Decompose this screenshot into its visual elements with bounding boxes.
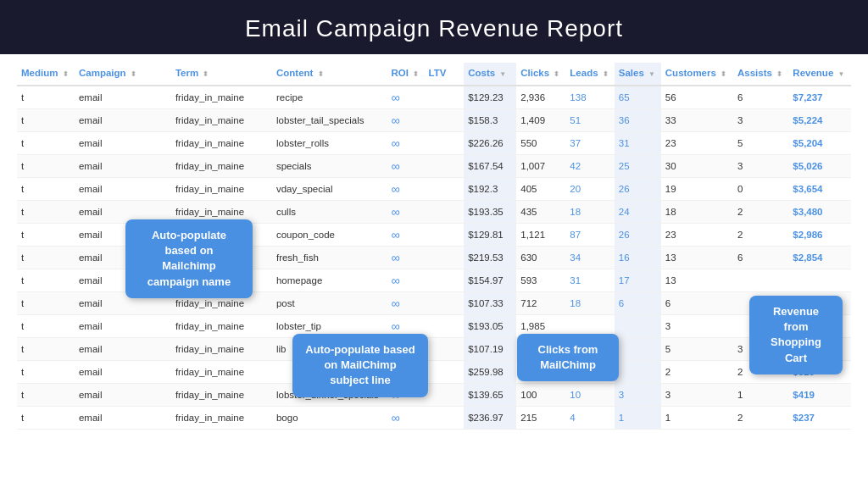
cell-clicks: 630 [516, 247, 565, 269]
cell-customers: 6 [661, 292, 733, 315]
cell-customers: 13 [661, 247, 733, 269]
cell-content: culls [272, 201, 387, 224]
cell-sales: 3 [615, 384, 661, 407]
cell-sales: 36 [615, 109, 661, 132]
cell-content: homepage [272, 269, 387, 292]
col-header-costs[interactable]: Costs ▼ [464, 63, 516, 86]
cell-assists: 1 [733, 384, 788, 407]
cell-medium: t [17, 247, 75, 269]
cell-campaign: email [75, 109, 171, 132]
cell-ltv [425, 247, 465, 269]
cell-costs: $154.97 [464, 269, 516, 292]
col-header-revenue[interactable]: Revenue ▼ [788, 63, 851, 86]
cell-roi: ∞ [387, 269, 424, 292]
cell-content: fresh_fish [272, 247, 387, 269]
cell-sales: 26 [615, 178, 661, 201]
table-container: Medium ⬍ Campaign ⬍ Term ⬍ Content ⬍ ROI… [0, 54, 868, 488]
table-row: t email friday_in_maine recipe ∞ $129.23… [17, 86, 851, 109]
cell-costs: $107.33 [464, 292, 516, 315]
cell-content: lobster_rolls [272, 132, 387, 155]
cell-ltv [425, 315, 465, 338]
cell-leads: 4 [565, 407, 614, 430]
cell-customers: 33 [661, 109, 733, 132]
cell-medium: t [17, 155, 75, 178]
cell-roi: ∞ [387, 224, 424, 247]
table-row: t email friday_in_maine specials ∞ $167.… [17, 155, 851, 178]
cell-leads: 18 [565, 292, 614, 315]
page-header: Email Campaign Revenue Report [0, 0, 868, 54]
cell-medium: t [17, 132, 75, 155]
cell-term: friday_in_maine [171, 178, 272, 201]
cell-ltv [425, 338, 465, 361]
col-header-leads[interactable]: Leads ⬍ [565, 63, 614, 86]
cell-leads: 18 [565, 201, 614, 224]
cell-customers: 2 [661, 361, 733, 384]
page-title: Email Campaign Revenue Report [245, 15, 623, 42]
col-header-medium[interactable]: Medium ⬍ [17, 63, 75, 86]
cell-ltv [425, 361, 465, 384]
cell-medium: t [17, 315, 75, 338]
col-header-ltv[interactable]: LTV [425, 63, 465, 86]
cell-customers: 18 [661, 201, 733, 224]
col-header-roi[interactable]: ROI ⬍ [387, 63, 424, 86]
cell-customers: 19 [661, 178, 733, 201]
cell-clicks: 100 [516, 384, 565, 407]
cell-content: bogo [272, 407, 387, 430]
col-header-term[interactable]: Term ⬍ [171, 63, 272, 86]
col-header-assists[interactable]: Assists ⬍ [733, 63, 788, 86]
cell-leads: 34 [565, 247, 614, 269]
cell-sales [615, 338, 661, 361]
cell-sales: 16 [615, 247, 661, 269]
table-row: t email friday_in_maine ∞ $259.98 84 2 2… [17, 361, 851, 384]
cell-sales [615, 315, 661, 338]
cell-roi: ∞ [387, 155, 424, 178]
col-header-sales[interactable]: Sales ▼ [615, 63, 661, 86]
cell-customers: 13 [661, 269, 733, 292]
cell-customers: 1 [661, 407, 733, 430]
cell-customers: 30 [661, 155, 733, 178]
cell-term: friday_in_maine [171, 361, 272, 384]
cell-leads: 20 [565, 178, 614, 201]
cell-medium: t [17, 407, 75, 430]
cell-ltv [425, 384, 465, 407]
cell-costs: $219.53 [464, 247, 516, 269]
cell-assists: 3 [733, 109, 788, 132]
cell-campaign: email [75, 132, 171, 155]
cell-sales: 6 [615, 292, 661, 315]
cell-clicks: 435 [516, 201, 565, 224]
cell-leads: 31 [565, 269, 614, 292]
cell-customers: 23 [661, 224, 733, 247]
cell-campaign: email [75, 178, 171, 201]
cell-roi: ∞ [387, 109, 424, 132]
cell-sales: 1 [615, 407, 661, 430]
col-header-content[interactable]: Content ⬍ [272, 63, 387, 86]
cell-customers: 3 [661, 315, 733, 338]
cell-roi: ∞ [387, 292, 424, 315]
cell-ltv [425, 201, 465, 224]
cell-costs: $139.65 [464, 384, 516, 407]
cell-ltv [425, 224, 465, 247]
cell-costs: $129.23 [464, 86, 516, 109]
cell-costs: $129.81 [464, 224, 516, 247]
cell-revenue [788, 269, 851, 292]
cell-revenue: $5,204 [788, 132, 851, 155]
table-row: t email friday_in_maine lobster_rolls ∞ … [17, 132, 851, 155]
cell-revenue: $2,986 [788, 224, 851, 247]
cell-customers: 56 [661, 86, 733, 109]
cell-ltv [425, 109, 465, 132]
cell-medium: t [17, 201, 75, 224]
page-wrapper: Email Campaign Revenue Report Medium ⬍ C… [0, 0, 868, 488]
cell-revenue: $5,224 [788, 109, 851, 132]
col-header-campaign[interactable]: Campaign ⬍ [75, 63, 171, 86]
cell-clicks: 1,007 [516, 155, 565, 178]
cell-leads: 37 [565, 132, 614, 155]
cell-roi: ∞ [387, 178, 424, 201]
col-header-clicks[interactable]: Clicks ⬍ [516, 63, 565, 86]
cell-sales: 17 [615, 269, 661, 292]
cell-ltv [425, 269, 465, 292]
cell-sales [615, 361, 661, 384]
cell-costs: $259.98 [464, 361, 516, 384]
col-header-customers[interactable]: Customers ⬍ [661, 63, 733, 86]
cell-ltv [425, 407, 465, 430]
cell-medium: t [17, 269, 75, 292]
